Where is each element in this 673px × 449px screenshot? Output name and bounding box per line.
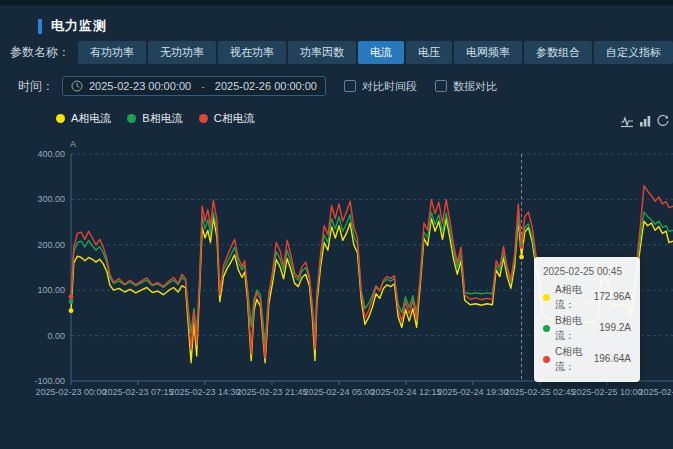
page-header: 电力监测 [38,17,107,35]
tab-active-power[interactable]: 有功功率 [78,41,146,64]
time-label: 时间： [18,78,54,95]
svg-text:2025-02-25 02:45: 2025-02-25 02:45 [504,387,575,397]
page-title: 电力监测 [51,17,107,35]
tooltip-row-phase-b: B相电流： 199.2A [543,313,631,344]
phase-b-dot-icon [127,114,136,123]
compare-period-checkbox-box[interactable] [344,80,356,92]
date-range-input[interactable]: 2025-02-23 00:00:00 - 2025-02-26 00:00:0… [62,76,326,96]
tooltip-row-phase-a: A相电流： 172.96A [543,282,631,313]
svg-text:0.00: 0.00 [47,331,65,341]
tab-custom-indicator[interactable]: 自定义指标 [594,41,673,64]
compare-period-label: 对比时间段 [362,79,417,94]
tooltip-title: 2025-02-25 00:45 [543,264,631,280]
svg-text:-100.00: -100.00 [34,376,65,386]
svg-text:200.00: 200.00 [37,240,65,250]
date-start: 2025-02-23 00:00:00 [89,80,191,92]
tab-grid-frequency[interactable]: 电网频率 [454,41,522,64]
tooltip: 2025-02-25 00:45 A相电流： 172.96A B相电流： 199… [534,257,640,382]
tab-reactive-power[interactable]: 无功功率 [148,41,216,64]
phase-a-dot-icon [56,114,65,123]
phase-a-dot-icon [543,294,550,301]
svg-text:2025-02-25 10:00: 2025-02-25 10:00 [571,387,642,397]
parameter-tabs: 有功功率 无功功率 视在功率 功率因数 电流 电压 电网频率 参数组合 自定义指… [78,41,673,64]
svg-text:2025-02-23 00:00: 2025-02-23 00:00 [35,387,106,397]
legend-item-phase-a[interactable]: A相电流 [56,111,111,126]
chart-legend: A相电流 B相电流 C相电流 [56,111,255,126]
svg-text:400.00: 400.00 [37,149,65,159]
legend-item-phase-c[interactable]: C相电流 [199,111,255,126]
data-compare-label: 数据对比 [453,79,497,94]
data-compare-checkbox-box[interactable] [435,80,447,92]
param-name-label: 参数名称： [10,44,70,61]
clock-icon [71,80,83,92]
tab-voltage[interactable]: 电压 [406,41,452,64]
top-strip [0,0,673,5]
svg-text:2025-02-24 19:30: 2025-02-24 19:30 [437,387,508,397]
phase-c-dot-icon [199,114,208,123]
svg-text:2025-02-24 05:00: 2025-02-24 05:00 [303,387,374,397]
phase-c-dot-icon [543,356,550,363]
checkbox-compare-period[interactable]: 对比时间段 [344,79,417,94]
date-end: 2025-02-26 00:00:00 [215,80,317,92]
svg-text:2025-02-24 12:15: 2025-02-24 12:15 [370,387,441,397]
line-chart-icon[interactable] [620,114,634,128]
svg-text:2025-02-23 21:45: 2025-02-23 21:45 [236,387,307,397]
date-separator: - [197,80,209,92]
legend-item-phase-b[interactable]: B相电流 [127,111,182,126]
svg-text:300.00: 300.00 [37,194,65,204]
svg-text:2025-02-25 17:15: 2025-02-25 17:15 [638,387,673,397]
title-accent-bar [38,19,42,34]
phase-b-dot-icon [543,325,550,332]
restore-icon[interactable] [656,114,670,128]
svg-text:2025-02-23 07:15: 2025-02-23 07:15 [102,387,173,397]
tab-parameter-combo[interactable]: 参数组合 [524,41,592,64]
chart-toolbox [620,114,670,128]
checkbox-data-compare[interactable]: 数据对比 [435,79,497,94]
svg-text:2025-02-23 14:30: 2025-02-23 14:30 [169,387,240,397]
svg-text:A: A [70,139,76,149]
svg-text:100.00: 100.00 [37,285,65,295]
tab-current[interactable]: 电流 [358,41,404,64]
bar-chart-icon[interactable] [638,114,652,128]
tab-power-factor[interactable]: 功率因数 [288,41,356,64]
tab-apparent-power[interactable]: 视在功率 [218,41,286,64]
tooltip-row-phase-c: C相电流： 196.64A [543,344,631,375]
